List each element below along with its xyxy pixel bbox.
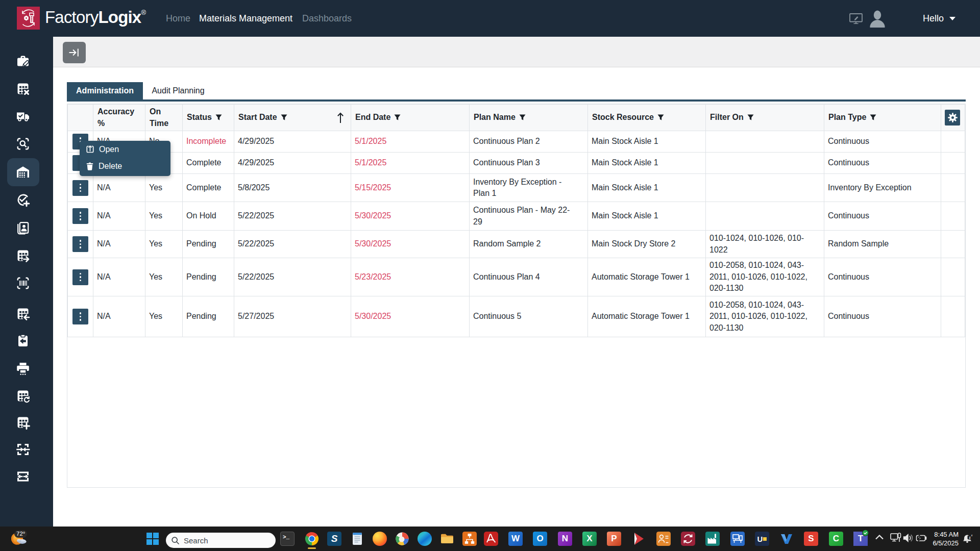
svg-text:z: z bbox=[971, 534, 973, 537]
svg-text:z: z bbox=[969, 536, 971, 539]
